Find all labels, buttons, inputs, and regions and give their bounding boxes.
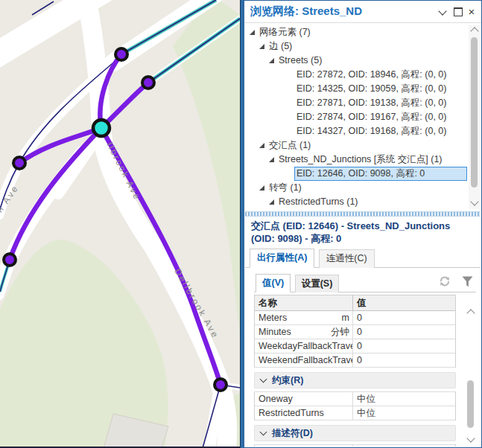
- filter-icon[interactable]: [462, 276, 473, 287]
- chevron-down-icon: [260, 429, 267, 436]
- tree-item-eid-27871[interactable]: EID: 27871, OID: 19138, 高程: (0, 0): [245, 96, 481, 110]
- tree-item-eid-14327[interactable]: EID: 14327, OID: 19168, 高程: (0, 0): [245, 124, 481, 138]
- attributes-area: 值(V) 设置(S): [254, 274, 476, 447]
- tree-item-eid-12646-selected[interactable]: EID: 12646, OID: 9098, 高程: 0: [245, 167, 481, 181]
- subtab-values[interactable]: 值(V): [256, 274, 291, 292]
- junction-node[interactable]: [4, 254, 16, 266]
- tree-item-restricted-turns[interactable]: RestrictedTurns (1): [245, 195, 481, 209]
- table-header-row: 名称 值: [255, 295, 455, 311]
- scroll-down-icon[interactable]: [470, 197, 478, 205]
- dock-chevron-icon[interactable]: [437, 6, 448, 18]
- tab-connectivity[interactable]: 连通性(C): [319, 249, 375, 268]
- network-elements-tree: 网络元素 (7) 边 (5) Streets (5) EID: 27872, O…: [245, 23, 481, 214]
- panel-splitter[interactable]: [245, 211, 481, 217]
- detail-tabs: 出行属性(A) 连通性(C): [245, 249, 481, 268]
- junction-node[interactable]: [13, 157, 25, 169]
- chevron-down-icon: [260, 376, 267, 383]
- expander-icon[interactable]: [269, 157, 274, 162]
- table-row-minutes: Minutes 分钟 0: [255, 325, 455, 339]
- attribute-values-table: 名称 值 Meters m 0 Minutes 分钟 0: [254, 295, 456, 368]
- junction-node[interactable]: [115, 48, 127, 60]
- tree-item-streets[interactable]: Streets (5): [245, 54, 481, 68]
- basemap: [0, 0, 240, 448]
- panel-titlebar: 浏览网络: Streets_ND ×: [244, 1, 481, 23]
- tree-scrollbar[interactable]: [469, 25, 480, 209]
- table-row-weekend-fallback: WeekendFallbackTravelTime 0: [255, 353, 455, 368]
- explore-network-panel: 浏览网络: Streets_ND × 网络元素 (7) 边 (5) Street…: [244, 0, 482, 448]
- table-row-roadclass: RoadClass 0: [255, 445, 455, 447]
- junction-node[interactable]: [215, 379, 226, 391]
- expander-icon[interactable]: [269, 199, 274, 205]
- scroll-down-icon[interactable]: [466, 434, 475, 442]
- selected-junction-node[interactable]: [93, 120, 110, 136]
- table-row-oneway: Oneway 中位: [255, 392, 455, 406]
- tree-item-streets-nd-junctions[interactable]: Streets_ND_Junctions [系统 交汇点] (1): [245, 153, 481, 167]
- junction-detail-header: 交汇点 (EID: 12646) - Streets_ND_Junctions …: [245, 217, 481, 246]
- junction-node[interactable]: [142, 77, 154, 89]
- attribute-subtabs: 值(V) 设置(S): [254, 274, 476, 292]
- tree-item-turns[interactable]: 转弯 (1): [245, 181, 481, 195]
- tree-item-eid-14325[interactable]: EID: 14325, OID: 19059, 高程: (0, 0): [245, 82, 481, 96]
- close-icon[interactable]: ×: [466, 6, 478, 18]
- tree-item-edges[interactable]: 边 (5): [245, 39, 481, 54]
- expander-icon[interactable]: [259, 143, 264, 148]
- expander-icon[interactable]: [259, 185, 264, 191]
- table-row-weekday-fallback: WeekdayFallbackTravelTime 0: [255, 339, 455, 353]
- expander-icon[interactable]: [250, 30, 255, 35]
- tree-item-eid-27872[interactable]: EID: 27872, OID: 18946, 高程: (0, 0): [245, 68, 481, 82]
- tab-travel-attributes[interactable]: 出行属性(A): [250, 249, 314, 268]
- scroll-up-icon[interactable]: [470, 27, 478, 35]
- scroll-up-icon[interactable]: [466, 309, 475, 317]
- table-row-restrictedturns: RestrictedTurns 中位: [255, 406, 455, 420]
- expander-icon[interactable]: [269, 58, 274, 63]
- map-view[interactable]: llbrook Ave Dellbrook Ave on Ave: [0, 0, 240, 448]
- refresh-icon[interactable]: [439, 275, 451, 287]
- junction-detail-section: 交汇点 (EID: 12646) - Streets_ND_Junctions …: [245, 217, 481, 447]
- tree-item-junctions[interactable]: 交汇点 (1): [245, 138, 481, 153]
- restrictions-table: Oneway 中位 RestrictedTurns 中位: [254, 391, 456, 420]
- expander-icon[interactable]: [259, 44, 264, 49]
- scrollbar-thumb[interactable]: [467, 380, 474, 428]
- group-header-restrictions[interactable]: 约束(R): [254, 372, 456, 388]
- tree-item-eid-27874[interactable]: EID: 27874, OID: 19167, 高程: (0, 0): [245, 110, 481, 124]
- tree-item-network-elements[interactable]: 网络元素 (7): [245, 25, 481, 39]
- panel-title: 浏览网络: Streets_ND: [250, 4, 362, 19]
- float-window-icon[interactable]: [452, 6, 464, 18]
- app-window: llbrook Ave Dellbrook Ave on Ave 浏览网络: S…: [0, 0, 482, 448]
- table-row-meters: Meters m 0: [255, 311, 455, 325]
- descriptors-table: RoadClass 0: [254, 444, 456, 447]
- subtab-settings[interactable]: 设置(S): [295, 275, 340, 292]
- scrollbar-thumb[interactable]: [471, 37, 478, 188]
- group-header-descriptors[interactable]: 描述符(D): [254, 425, 456, 441]
- values-scrollbar[interactable]: [465, 309, 476, 444]
